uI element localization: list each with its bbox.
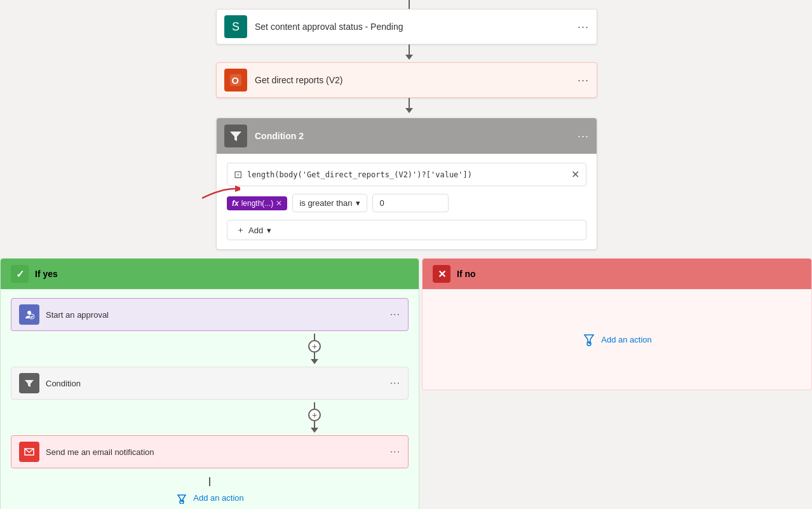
red-arrow-annotation bbox=[202, 176, 240, 203]
set-approval-more[interactable]: ··· bbox=[578, 20, 589, 34]
no-add-action-container: + Add an action bbox=[423, 289, 811, 390]
yes-add-action-btn[interactable]: + Add an action bbox=[175, 486, 244, 509]
expression-close[interactable]: ✕ bbox=[571, 168, 579, 180]
start-approval-title: Start an approval bbox=[46, 310, 390, 320]
add-plus-icon: ＋ bbox=[236, 224, 245, 236]
get-reports-card: O Get direct reports (V2) ··· bbox=[216, 62, 597, 98]
plus-circle-1[interactable]: + bbox=[308, 340, 321, 353]
condition2-header: Condition 2 ··· bbox=[217, 118, 597, 154]
no-add-action-icon: + bbox=[582, 332, 596, 346]
operator-label: is greater than bbox=[299, 198, 352, 208]
condition2-icon bbox=[224, 125, 247, 147]
expression-bar: ⊡ length(body('Get_direct_reports_(V2)')… bbox=[227, 163, 586, 186]
set-approval-icon: S bbox=[224, 15, 247, 38]
start-approval-icon bbox=[19, 304, 39, 325]
operator-chevron: ▾ bbox=[356, 198, 360, 208]
condition2-more[interactable]: ··· bbox=[578, 130, 589, 143]
no-label: If no bbox=[457, 269, 476, 279]
no-add-action-label: Add an action bbox=[601, 335, 652, 344]
yes-add-action-label: Add an action bbox=[193, 493, 244, 503]
yes-icon: ✓ bbox=[11, 265, 29, 283]
function-label: length(...) bbox=[241, 199, 274, 208]
condition2-body: ⊡ length(body('Get_direct_reports_(V2)')… bbox=[217, 154, 597, 249]
condition-sub-title: Condition bbox=[46, 379, 390, 388]
add-label: Add bbox=[248, 226, 263, 235]
yes-label: If yes bbox=[35, 269, 58, 279]
svg-marker-2 bbox=[230, 132, 241, 141]
expr-text: length(body('Get_direct_reports_(V2)')?[… bbox=[247, 170, 571, 179]
condition2-block: Condition 2 ··· ⊡ length(body('Get_direc… bbox=[216, 118, 597, 250]
add-button[interactable]: ＋ Add ▾ bbox=[227, 220, 586, 240]
add-chevron: ▾ bbox=[267, 226, 271, 235]
get-reports-more[interactable]: ··· bbox=[578, 74, 589, 87]
get-reports-icon: O bbox=[224, 69, 247, 92]
svg-text:O: O bbox=[232, 76, 239, 86]
condition-sub-more[interactable]: ··· bbox=[390, 377, 400, 389]
sub-connector-2: + bbox=[210, 400, 419, 435]
set-approval-card: S Set content approval status - Pending … bbox=[216, 9, 597, 44]
yes-header: ✓ If yes bbox=[1, 259, 419, 289]
send-email-title: Send me an email notification bbox=[46, 447, 390, 457]
no-add-action-btn[interactable]: + Add an action bbox=[582, 327, 652, 351]
yes-add-action-icon: + bbox=[175, 491, 188, 504]
condition-row: fx length(...) ✕ is greater than ▾ bbox=[227, 194, 586, 212]
send-email-icon bbox=[19, 442, 39, 462]
yes-panel: ✓ If yes Start an approval ··· + bbox=[0, 258, 419, 509]
plus-circle-2[interactable]: + bbox=[308, 409, 321, 421]
chip-close[interactable]: ✕ bbox=[276, 199, 282, 208]
operator-select[interactable]: is greater than ▾ bbox=[292, 194, 367, 212]
send-email-card: Send me an email notification ··· bbox=[11, 435, 409, 468]
main-canvas: S Set content approval status - Pending … bbox=[0, 0, 812, 509]
start-approval-more[interactable]: ··· bbox=[390, 309, 400, 320]
no-panel: ✕ If no + Add an action bbox=[422, 258, 812, 390]
sub-connector-1: + bbox=[210, 331, 419, 367]
get-reports-title: Get direct reports (V2) bbox=[255, 75, 578, 85]
condition2-title: Condition 2 bbox=[255, 131, 578, 141]
yes-add-action-container: + Add an action bbox=[1, 468, 419, 509]
value-input[interactable] bbox=[372, 194, 449, 212]
connector-1 bbox=[405, 44, 413, 60]
send-email-more[interactable]: ··· bbox=[390, 446, 400, 458]
condition-subcard: Condition ··· bbox=[11, 367, 409, 400]
set-approval-title: Set content approval status - Pending bbox=[255, 22, 578, 32]
connector-2 bbox=[405, 98, 413, 113]
no-icon: ✕ bbox=[433, 265, 450, 283]
start-approval-card: Start an approval ··· bbox=[11, 298, 409, 331]
no-header: ✕ If no bbox=[423, 259, 811, 289]
svg-text:+: + bbox=[180, 499, 183, 504]
svg-text:+: + bbox=[588, 341, 591, 346]
svg-marker-6 bbox=[25, 380, 34, 387]
connector-line bbox=[409, 0, 410, 9]
condition-sub-icon bbox=[19, 373, 39, 393]
